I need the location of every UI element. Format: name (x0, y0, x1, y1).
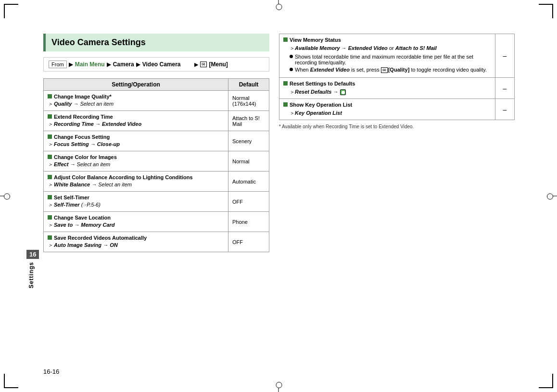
row-default-2: Attach to S! Mail (228, 111, 269, 131)
corner-mark-tl (4, 4, 18, 18)
right-row-1: View Memory Status ＞Available Memory → E… (279, 34, 495, 78)
right-bullet-1: Shows total recordable time and maximum … (290, 54, 491, 65)
green-square-3 (48, 135, 52, 139)
row-setting-4: Change Color for Images ＞Effect → Select… (44, 151, 228, 172)
side-mark-left (0, 196, 9, 196)
right-bullet-2: When Extended Video is set, press ✉[Qual… (290, 67, 491, 73)
right-dash-3: – (495, 99, 515, 120)
right-title-3: Show Key Operation List (290, 102, 352, 108)
side-mark-right (548, 196, 557, 196)
row-setting-8: Save Recorded Videos Automatically ＞Auto… (44, 232, 228, 252)
row-sub-4: ＞Effect → Select an item (48, 161, 224, 168)
row-setting-3: Change Focus Setting ＞Focus Setting → Cl… (44, 131, 228, 151)
corner-mark-tr (539, 4, 553, 18)
row-title-2: Extend Recording Time (54, 114, 113, 120)
settings-table: Setting/Operation Default Change Image Q… (43, 78, 269, 252)
right-sub-3: ＞Key Operation List (290, 110, 491, 117)
row-setting-5: Adjust Color Balance According to Lighti… (44, 172, 228, 192)
row-setting-6: Set Self-Timer ＞Self-Timer (☞P.5-6) (44, 192, 228, 212)
breadcrumb-main-menu: Main Menu (75, 61, 105, 68)
green-square-6 (48, 195, 52, 199)
row-setting-1: Change Image Quality* ＞Quality → Select … (44, 91, 228, 111)
right-bullet-text-1: Shows total recordable time and maximum … (295, 54, 491, 65)
breadcrumb-from: From (49, 61, 67, 68)
row-sub-1: ＞Quality → Select an item (48, 100, 224, 108)
row-title-5: Adjust Color Balance According to Lighti… (54, 174, 193, 180)
row-title-3: Change Focus Setting (54, 134, 110, 140)
page-title: Video Camera Settings (51, 37, 264, 48)
record-icon (340, 89, 346, 95)
right-green-square-3 (283, 102, 288, 107)
email-icon-2: ✉ (381, 67, 388, 73)
green-square-1 (48, 94, 52, 98)
bullet-icon-1 (290, 55, 293, 58)
right-table-row: Reset Settings to Defaults ＞Reset Defaul… (279, 78, 515, 99)
right-dash-1: – (495, 34, 515, 78)
left-column: Video Camera Settings From ▶ Main Menu ▶… (43, 34, 269, 252)
green-square-7 (48, 215, 52, 220)
page-title-box: Video Camera Settings (43, 34, 269, 51)
row-title-4: Change Color for Images (54, 154, 117, 160)
green-square-5 (48, 175, 52, 179)
right-title-1: View Memory Status (290, 37, 341, 43)
row-default-3: Scenery (228, 131, 269, 151)
green-square-2 (48, 114, 52, 119)
table-row: Change Color for Images ＞Effect → Select… (44, 151, 269, 172)
center-top-mark (278, 0, 279, 9)
row-default-8: OFF (228, 232, 269, 252)
email-icon-breadcrumb: ✉ (200, 61, 207, 67)
row-sub-5: ＞White Balance → Select an item (48, 181, 224, 188)
row-default-4: Normal (228, 151, 269, 172)
row-title-1: Change Image Quality* (54, 94, 112, 99)
row-default-6: OFF (228, 192, 269, 212)
row-title-7: Change Save Location (54, 215, 111, 220)
row-sub-6: ＞Self-Timer (☞P.5-6) (48, 201, 224, 208)
center-bottom-mark (278, 383, 279, 392)
row-sub-3: ＞Focus Setting → Close-up (48, 141, 224, 148)
row-sub-8: ＞Auto Image Saving → ON (48, 242, 224, 249)
right-column: View Memory Status ＞Available Memory → E… (279, 34, 515, 252)
right-row-2: Reset Settings to Defaults ＞Reset Defaul… (279, 78, 495, 99)
green-square-8 (48, 235, 52, 240)
breadcrumb-arrow-3: ▶ (136, 61, 140, 68)
green-square-4 (48, 155, 52, 159)
right-sub-2: ＞Reset Defaults → (290, 88, 491, 96)
right-green-square-2 (283, 81, 288, 86)
row-title-6: Set Self-Timer (54, 195, 89, 200)
row-title-8: Save Recorded Videos Automatically (54, 235, 147, 241)
table-row: Adjust Color Balance According to Lighti… (44, 172, 269, 192)
footnote: * Available only when Recording Time is … (279, 124, 515, 129)
breadcrumb-arrow-1: ▶ (69, 61, 73, 68)
page-number: 16-16 (43, 368, 59, 375)
right-settings-table: View Memory Status ＞Available Memory → E… (279, 34, 515, 120)
breadcrumb-camera: Camera (113, 61, 134, 68)
table-row: Save Recorded Videos Automatically ＞Auto… (44, 232, 269, 252)
breadcrumb-arrow-2: ▶ (107, 61, 111, 68)
bullet-icon-2 (290, 68, 293, 71)
sidebar-text: Settings (28, 262, 35, 288)
row-setting-2: Extend Recording Time ＞Recording Time → … (44, 111, 228, 131)
table-row: Change Image Quality* ＞Quality → Select … (44, 91, 269, 111)
table-row: Change Focus Setting ＞Focus Setting → Cl… (44, 131, 269, 151)
right-sub-1a: ＞Available Memory → Extended Video or At… (290, 45, 491, 52)
right-table-row: View Memory Status ＞Available Memory → E… (279, 34, 515, 78)
breadcrumb: From ▶ Main Menu ▶ Camera ▶ Video Camera… (43, 57, 269, 72)
row-default-7: Phone (228, 212, 269, 232)
col-header-default: Default (228, 79, 269, 91)
table-row: Extend Recording Time ＞Recording Time → … (44, 111, 269, 131)
corner-mark-br (539, 374, 553, 388)
right-green-square-1 (283, 37, 288, 42)
corner-mark-bl (4, 374, 18, 388)
sidebar-number: 16 (26, 250, 39, 259)
breadcrumb-menu: [Menu] (209, 61, 228, 68)
row-default-5: Automatic (228, 172, 269, 192)
row-setting-7: Change Save Location ＞Save to → Memory C… (44, 212, 228, 232)
table-row: Change Save Location ＞Save to → Memory C… (44, 212, 269, 232)
right-title-2: Reset Settings to Defaults (290, 81, 355, 86)
main-content: Video Camera Settings From ▶ Main Menu ▶… (43, 34, 515, 252)
right-row-3: Show Key Operation List ＞Key Operation L… (279, 99, 495, 120)
table-row: Set Self-Timer ＞Self-Timer (☞P.5-6) OFF (44, 192, 269, 212)
right-table-row: Show Key Operation List ＞Key Operation L… (279, 99, 515, 120)
row-default-1: Normal (176x144) (228, 91, 269, 111)
right-bullet-text-2: When Extended Video is set, press ✉[Qual… (295, 67, 487, 73)
